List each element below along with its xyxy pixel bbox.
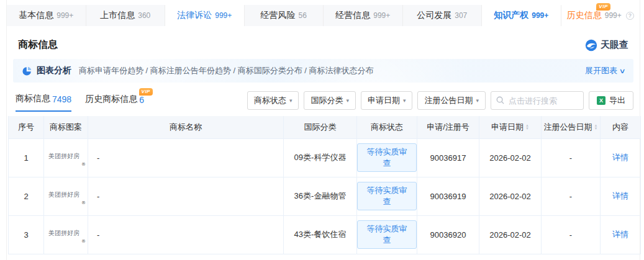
- cell-mark-name: -: [88, 177, 284, 215]
- chart-analysis-bar: 图表分析 商标申请年份趋势 / 商标注册公告年份趋势 / 商标国际分类分布 / …: [13, 59, 633, 83]
- cell-pub-date: -: [542, 177, 601, 215]
- cell-intl-class: 36类-金融物管: [284, 177, 357, 215]
- cell-apply-date: 2026-02-02: [479, 138, 542, 177]
- tab-company-development[interactable]: 公司发展 307: [403, 5, 483, 26]
- cell-mark-name: -: [88, 138, 284, 177]
- caret-down-icon: ▾: [403, 97, 406, 104]
- trademark-image[interactable]: 美团拼好房 ®: [46, 187, 86, 205]
- cell-seq: 2: [9, 177, 44, 215]
- tab-count: 999+: [57, 11, 73, 20]
- trademark-table: 序号 商标图案 商标名称 国际分类 商标状态 申请/注册号 申请日期▲▼ 注册公…: [8, 116, 641, 254]
- registered-mark-symbol: ®: [81, 200, 86, 205]
- search-icon: [496, 96, 505, 105]
- col-mark-name: 商标名称: [88, 116, 284, 138]
- table-row: 3 美团拼好房 ® - 43类-餐饮住宿 等待实质审查 90036920 202…: [9, 215, 641, 254]
- tab-label: 经营风险: [261, 10, 296, 21]
- excel-icon: X: [597, 96, 605, 105]
- cell-intl-class: 43类-餐饮住宿: [284, 215, 357, 254]
- sort-icon[interactable]: ▲▼: [525, 124, 529, 130]
- chart-links[interactable]: 商标申请年份趋势 / 商标注册公告年份趋势 / 商标国际分类分布 / 商标法律状…: [79, 65, 374, 76]
- cell-reg-no: 90036917: [417, 138, 479, 177]
- caret-down-icon: ▾: [346, 97, 349, 104]
- tab-basic-info[interactable]: 基本信息 999+: [7, 5, 86, 26]
- registered-mark-symbol: ®: [81, 162, 86, 167]
- brand: 天眼查: [585, 39, 628, 52]
- filter-registration-announcement-date[interactable]: 注册公告日期 ▾: [417, 91, 486, 110]
- detail-link[interactable]: 详情: [612, 230, 628, 239]
- chart-analysis-title: 图表分析: [37, 65, 71, 76]
- col-seq: 序号: [9, 116, 44, 138]
- help-icon[interactable]: ?: [626, 12, 634, 20]
- tab-count: 999+: [532, 11, 548, 20]
- tab-count: 307: [455, 11, 467, 20]
- table-row: 1 美团拼好房 ® - 09类-科学仪器 等待实质审查 90036917 202…: [9, 138, 641, 177]
- subtab-history-trademark-info[interactable]: 历史商标信息 6 VIP: [85, 94, 144, 111]
- col-apply-date[interactable]: 申请日期▲▼: [479, 116, 542, 138]
- cell-status: 等待实质审查: [357, 138, 417, 177]
- sort-icon[interactable]: ▲▼: [594, 124, 598, 130]
- tab-intellectual-property[interactable]: 知识产权 999+: [482, 5, 561, 26]
- cell-intl-class: 09类-科学仪器: [284, 138, 357, 177]
- tianyancha-eye-icon: [585, 39, 597, 52]
- tab-count: 56: [299, 11, 307, 20]
- cell-reg-no: 90036919: [417, 177, 479, 215]
- tab-label: 经营信息: [335, 10, 370, 21]
- tab-business-info[interactable]: 经营信息 999+: [324, 5, 403, 26]
- tab-label: 历史信息: [567, 10, 602, 20]
- cell-mark-image[interactable]: 美团拼好房 ®: [44, 215, 88, 254]
- tab-legal-proceedings[interactable]: 法律诉讼 999+: [165, 5, 245, 26]
- filter-controls: 商标状态 ▾ 国际分类 ▾ 申请日期 ▾ 注册公告日期 ▾: [247, 91, 633, 114]
- cell-action: 详情: [601, 177, 641, 215]
- status-badge: 等待实质审查: [357, 182, 417, 210]
- trademark-image[interactable]: 美团拼好房 ®: [46, 225, 86, 244]
- brand-name: 天眼查: [601, 39, 628, 51]
- cell-seq: 3: [9, 215, 44, 254]
- registered-mark-symbol: ®: [81, 239, 86, 244]
- tab-listing-info[interactable]: 上市信息 360: [86, 5, 166, 26]
- col-intl-class: 国际分类: [284, 116, 357, 138]
- table-header-row: 序号 商标图案 商标名称 国际分类 商标状态 申请/注册号 申请日期▲▼ 注册公…: [9, 116, 641, 138]
- caret-down-icon: ▾: [289, 97, 293, 104]
- col-mark-image: 商标图案: [44, 116, 88, 138]
- cell-mark-image[interactable]: 美团拼好房 ®: [44, 138, 88, 177]
- expand-charts-button[interactable]: 展开图表 ∨: [585, 65, 625, 76]
- top-tabbar: 基本信息 999+ 上市信息 360 法律诉讼 999+ 经营风险 56 经营信…: [7, 5, 640, 26]
- col-content: 内容: [601, 116, 641, 138]
- tab-count: 999+: [373, 11, 390, 20]
- cell-status: 等待实质审查: [357, 177, 417, 215]
- cell-seq: 1: [9, 138, 44, 177]
- chevron-down-icon: ∨: [619, 67, 625, 75]
- pie-chart-icon: [22, 66, 32, 76]
- tab-count: 999+: [215, 11, 232, 20]
- subtab-count: 7498: [52, 94, 71, 104]
- status-badge: 等待实质审查: [357, 143, 417, 172]
- cell-pub-date: -: [542, 138, 601, 177]
- vip-badge: VIP: [139, 88, 153, 96]
- detail-link[interactable]: 详情: [612, 153, 628, 162]
- tab-history-info[interactable]: 历史信息 VIP 999+ ?: [561, 5, 640, 26]
- detail-link[interactable]: 详情: [612, 191, 628, 200]
- trademark-toolbar: 商标信息 7498 历史商标信息 6 VIP 商标状态 ▾ 国际分类 ▾ 申请日…: [7, 83, 640, 112]
- cell-mark-image[interactable]: 美团拼好房 ®: [44, 177, 88, 215]
- trademark-image[interactable]: 美团拼好房 ®: [46, 148, 86, 167]
- cell-apply-date: 2026-02-02: [479, 215, 542, 254]
- page-title: 商标信息: [18, 38, 58, 52]
- vip-badge: VIP: [596, 3, 610, 11]
- cell-pub-date: -: [542, 215, 601, 254]
- filter-apply-date[interactable]: 申请日期 ▾: [361, 91, 413, 110]
- export-button[interactable]: X 导出: [589, 91, 633, 110]
- tab-business-risk[interactable]: 经营风险 56: [245, 5, 324, 26]
- tab-label: 法律诉讼: [177, 10, 212, 21]
- tab-label: 基本信息: [19, 10, 53, 21]
- cell-action: 详情: [601, 138, 641, 177]
- tab-label: 知识产权: [494, 10, 528, 21]
- col-pub-date[interactable]: 注册公告日期▲▼: [542, 116, 601, 138]
- tab-label: 公司发展: [417, 10, 451, 21]
- subtab-trademark-info[interactable]: 商标信息 7498: [16, 93, 71, 112]
- subtab-count: 6: [139, 95, 144, 105]
- search-box: [491, 91, 584, 110]
- cell-mark-name: -: [88, 215, 284, 254]
- cell-apply-date: 2026-02-02: [479, 177, 542, 215]
- filter-trademark-status[interactable]: 商标状态 ▾: [247, 91, 299, 110]
- filter-international-class[interactable]: 国际分类 ▾: [304, 91, 356, 110]
